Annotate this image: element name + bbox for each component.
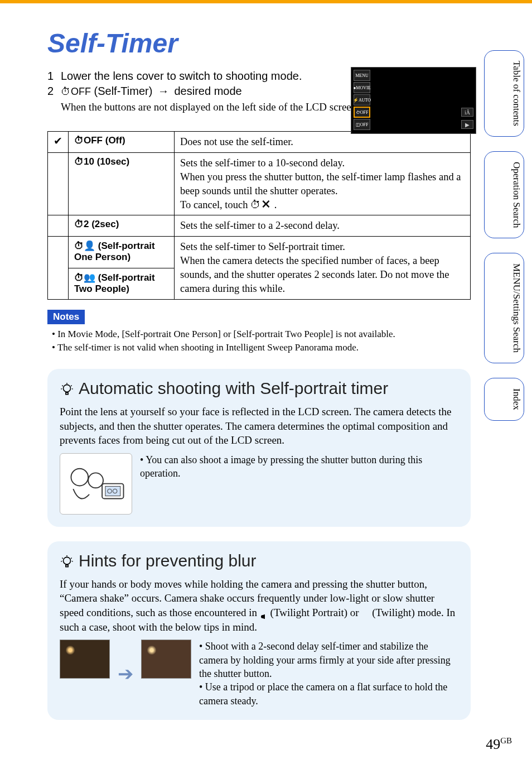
sidetab-operation-search[interactable]: Operation Search xyxy=(484,151,524,238)
camera-lcd-screenshot: MENU ●MOVIE ⚡AUTO ⏱OFF ◫OFF iÂ ▶ xyxy=(351,67,476,134)
notes-list: In Movie Mode, [Self-portrait One Person… xyxy=(52,328,471,354)
page-number: 49GB xyxy=(486,736,512,753)
tip-auto-title: Automatic shooting with Self-portrait ti… xyxy=(79,379,388,398)
step-1-number: 1 xyxy=(47,70,61,83)
tip-blur-title: Hints for preventing blur xyxy=(79,551,257,570)
svg-point-7 xyxy=(64,557,71,564)
arrow-right-icon: → xyxy=(158,85,169,98)
tip-auto-selfportrait: Automatic shooting with Self-portrait ti… xyxy=(47,369,471,527)
timer-off-icon: ⏱OFF xyxy=(61,86,91,97)
hint-lamp-icon xyxy=(60,551,74,570)
option-self-two-name: ⏱👥 (Self-portrait Two People) xyxy=(69,268,175,299)
twilight-icon xyxy=(361,610,369,618)
option-10sec-name: ⏱10 (10sec) xyxy=(69,152,175,215)
table-cell-blank xyxy=(48,237,69,300)
tip-blur-bullet: Use a tripod or place the camera on a fl… xyxy=(199,680,458,708)
blur-before-illustration xyxy=(60,640,110,679)
option-2sec-desc: Sets the self-timer to a 2-second delay. xyxy=(175,215,471,237)
tip-auto-body: Point the lens at yourself so your face … xyxy=(60,405,458,448)
option-10sec-desc: Sets the self-timer to a 10-second delay… xyxy=(175,152,471,215)
hint-lamp-icon xyxy=(60,379,74,398)
tip-auto-bullets: You can also shoot a image by pressing t… xyxy=(140,453,458,480)
lcd-btn-flash: ⚡AUTO xyxy=(354,94,370,105)
options-table: ✔ ⏱OFF (Off) Does not use the self-timer… xyxy=(47,131,471,300)
option-2sec-name: ⏱2 (2sec) xyxy=(69,215,175,237)
svg-point-0 xyxy=(64,385,71,392)
svg-point-1 xyxy=(71,469,89,486)
sidetab-index[interactable]: Index xyxy=(484,378,524,421)
option-off-name: ⏱OFF (Off) xyxy=(69,131,175,152)
sidetab-menu-settings-search[interactable]: MENU/Settings Search xyxy=(484,253,524,363)
lcd-btn-timer: ⏱OFF xyxy=(354,107,370,118)
notes-badge: Notes xyxy=(47,310,85,324)
arrow-right-icon: ➔ xyxy=(118,662,133,685)
blur-after-illustration xyxy=(141,640,191,679)
lcd-btn-menu: MENU xyxy=(354,70,370,81)
lcd-play-icon: ▶ xyxy=(461,120,473,129)
tip-blur-body: If your hands or body moves while holdin… xyxy=(60,577,458,635)
step-2-suffix: desired mode xyxy=(171,85,242,97)
svg-point-2 xyxy=(89,473,104,488)
note-item: In Movie Mode, [Self-portrait One Person… xyxy=(52,328,471,341)
tip-auto-bullet: You can also shoot a image by pressing t… xyxy=(140,453,458,480)
lcd-mode-icon: iÂ xyxy=(461,108,473,117)
note-item: The self-timer is not valid when shootin… xyxy=(52,341,471,354)
option-off-desc: Does not use the self-timer. xyxy=(175,131,471,152)
lcd-btn-disp: ◫OFF xyxy=(354,119,370,130)
option-self-desc: Sets the self-timer to Self-portrait tim… xyxy=(175,237,471,300)
tip-blur-bullet: Shoot with a 2-second delay self-timer a… xyxy=(199,640,458,680)
twilight-portrait-icon xyxy=(260,610,268,618)
tip-prevent-blur: Hints for preventing blur If your hands … xyxy=(47,541,471,720)
sidetab-toc[interactable]: Table of contents xyxy=(484,50,524,137)
option-self-one-name: ⏱👤 (Self-portrait One Person) xyxy=(69,237,175,268)
default-check-icon: ✔ xyxy=(48,131,69,152)
tip-blur-bullets: Shoot with a 2-second delay self-timer a… xyxy=(199,640,458,707)
table-cell-blank xyxy=(48,215,69,237)
selfportrait-illustration xyxy=(60,453,132,515)
table-cell-blank xyxy=(48,152,69,215)
page-title: Self-Timer xyxy=(47,28,471,59)
step-2-label: (Self-Timer) xyxy=(91,85,156,97)
lcd-btn-movie: ●MOVIE xyxy=(354,82,370,93)
step-2-number: 2 xyxy=(47,85,61,98)
